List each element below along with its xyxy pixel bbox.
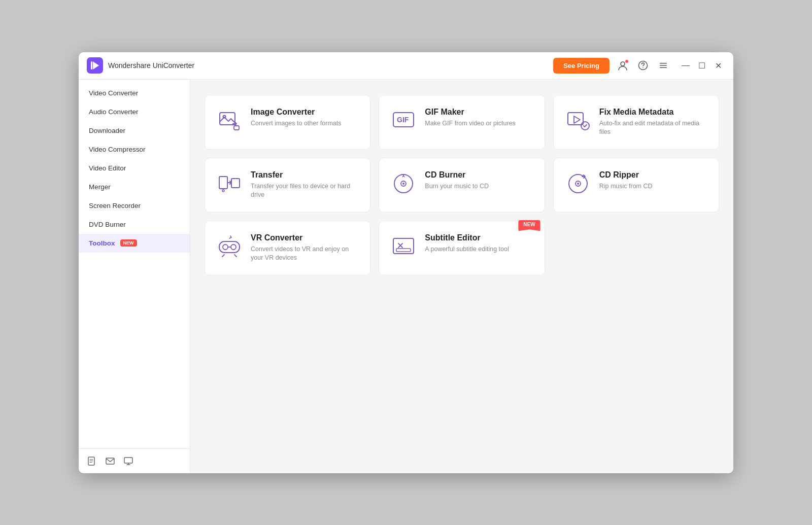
image-converter-info: Image Converter Convert images to other …: [251, 108, 359, 128]
tool-card-vr-converter[interactable]: VR Converter Convert videos to VR and en…: [205, 221, 370, 275]
image-converter-desc: Convert images to other formats: [251, 119, 359, 128]
help-button[interactable]: [636, 58, 650, 73]
transfer-info: Transfer Transfer your files to device o…: [251, 170, 359, 200]
subtitle-editor-name: Subtitle Editor: [425, 233, 533, 242]
sidebar-item-video-editor[interactable]: Video Editor: [79, 159, 190, 178]
svg-point-33: [577, 183, 579, 185]
user-account-button[interactable]: [616, 58, 630, 73]
guide-button[interactable]: [87, 456, 97, 466]
image-converter-name: Image Converter: [251, 108, 359, 117]
svg-rect-39: [396, 249, 411, 252]
sidebar-item-merger[interactable]: Merger: [79, 178, 190, 196]
svg-rect-6: [660, 63, 667, 64]
sidebar-label-merger: Merger: [89, 183, 111, 191]
content-area: Image Converter Convert images to other …: [190, 80, 733, 473]
sidebar-nav: Video Converter Audio Converter Download…: [79, 80, 190, 448]
gif-maker-name: GIF Maker: [425, 108, 533, 117]
window-controls: — ☐ ✕: [679, 58, 725, 73]
mail-icon: [105, 456, 115, 466]
fix-media-metadata-desc: Auto-fix and edit metadata of media file…: [599, 119, 707, 137]
sidebar-label-toolbox: Toolbox: [89, 239, 115, 247]
vr-converter-icon-wrap: [216, 233, 243, 260]
toolbox-new-badge: NEW: [120, 239, 137, 247]
titlebar-actions: See Pricing: [553, 58, 725, 74]
cd-ripper-name: CD Ripper: [599, 170, 707, 180]
gif-maker-icon-wrap: GIF: [390, 108, 417, 134]
fix-media-metadata-icon: [566, 109, 590, 133]
svg-point-30: [402, 183, 404, 185]
screen-icon: [123, 456, 133, 466]
cd-burner-info: CD Burner Burn your music to CD: [425, 170, 533, 191]
sidebar-item-video-converter[interactable]: Video Converter: [79, 84, 190, 102]
subtitle-editor-icon: [391, 234, 416, 259]
sidebar-label-video-editor: Video Editor: [89, 164, 126, 172]
subtitle-editor-icon-wrap: [390, 233, 417, 260]
help-icon: [638, 60, 648, 71]
sidebar-item-audio-converter[interactable]: Audio Converter: [79, 102, 190, 121]
vr-converter-desc: Convert videos to VR and enjoy on your V…: [251, 245, 359, 263]
screen-button[interactable]: [123, 456, 133, 466]
transfer-icon: [217, 171, 242, 196]
sidebar-footer: [79, 448, 190, 473]
subtitle-editor-info: Subtitle Editor A powerful subtitle edit…: [425, 233, 533, 254]
transfer-name: Transfer: [251, 170, 359, 180]
svg-rect-2: [91, 61, 92, 69]
svg-point-5: [642, 67, 644, 68]
app-window: Wondershare UniConverter See Pricing: [79, 52, 733, 473]
sidebar-item-screen-recorder[interactable]: Screen Recorder: [79, 196, 190, 215]
svg-rect-8: [660, 67, 667, 68]
see-pricing-button[interactable]: See Pricing: [553, 58, 610, 74]
subtitle-editor-desc: A powerful subtitle editing tool: [425, 245, 533, 254]
tool-card-subtitle-editor[interactable]: NEW Subtitle Editor A powerful subtitle …: [379, 221, 545, 275]
cd-burner-desc: Burn your music to CD: [425, 182, 533, 191]
gif-maker-desc: Make GIF from video or pictures: [425, 119, 533, 128]
transfer-desc: Transfer your files to device or hard dr…: [251, 182, 359, 200]
fix-media-metadata-name: Fix Media Metadata: [599, 108, 707, 117]
user-notification-dot: [625, 59, 629, 63]
svg-marker-23: [574, 116, 580, 123]
guide-icon: [87, 456, 97, 466]
tools-grid: Image Converter Convert images to other …: [205, 95, 719, 275]
sidebar-label-downloader: Downloader: [89, 127, 125, 134]
sidebar-item-video-compressor[interactable]: Video Compressor: [79, 140, 190, 159]
tool-card-image-converter[interactable]: Image Converter Convert images to other …: [205, 95, 370, 150]
tool-card-transfer[interactable]: Transfer Transfer your files to device o…: [205, 158, 370, 213]
tool-card-gif-maker[interactable]: GIF GIF Maker Make GIF from video or pic…: [379, 95, 545, 150]
mail-button[interactable]: [105, 456, 115, 466]
vr-converter-info: VR Converter Convert videos to VR and en…: [251, 233, 359, 263]
sidebar-label-dvd-burner: DVD Burner: [89, 221, 126, 228]
sidebar-item-dvd-burner[interactable]: DVD Burner: [79, 215, 190, 234]
maximize-button[interactable]: ☐: [695, 58, 709, 73]
sidebar-label-screen-recorder: Screen Recorder: [89, 202, 141, 209]
tool-card-cd-ripper[interactable]: CD Ripper Rip music from CD: [553, 158, 719, 213]
menu-button[interactable]: [656, 58, 670, 73]
subtitle-editor-new-ribbon: NEW: [518, 220, 540, 231]
svg-rect-7: [660, 65, 667, 66]
svg-text:GIF: GIF: [397, 116, 409, 124]
tool-card-cd-burner[interactable]: CD Burner Burn your music to CD: [379, 158, 545, 213]
vr-converter-name: VR Converter: [251, 233, 359, 242]
svg-rect-25: [219, 177, 227, 189]
image-converter-icon: [217, 109, 242, 133]
app-title: Wondershare UniConverter: [108, 61, 553, 69]
cd-burner-icon-wrap: [390, 170, 417, 197]
minimize-button[interactable]: —: [679, 58, 693, 73]
sidebar-label-video-converter: Video Converter: [89, 89, 138, 97]
menu-icon: [658, 60, 668, 71]
vr-converter-icon: [217, 234, 242, 259]
sidebar-label-video-compressor: Video Compressor: [89, 146, 146, 153]
sidebar-item-toolbox[interactable]: Toolbox NEW: [79, 234, 190, 253]
sidebar-item-downloader[interactable]: Downloader: [79, 121, 190, 140]
gif-maker-info: GIF Maker Make GIF from video or picture…: [425, 108, 533, 128]
svg-rect-17: [220, 113, 235, 125]
image-converter-icon-wrap: [216, 108, 243, 134]
close-button[interactable]: ✕: [711, 58, 725, 73]
gif-maker-icon: GIF: [391, 109, 416, 133]
tool-card-fix-media-metadata[interactable]: Fix Media Metadata Auto-fix and edit met…: [553, 95, 719, 150]
cd-ripper-icon-wrap: [565, 170, 591, 197]
svg-rect-19: [234, 126, 239, 130]
svg-point-27: [222, 190, 224, 192]
sidebar: Video Converter Audio Converter Download…: [79, 80, 190, 473]
svg-point-3: [621, 62, 625, 66]
app-logo: [87, 57, 103, 74]
